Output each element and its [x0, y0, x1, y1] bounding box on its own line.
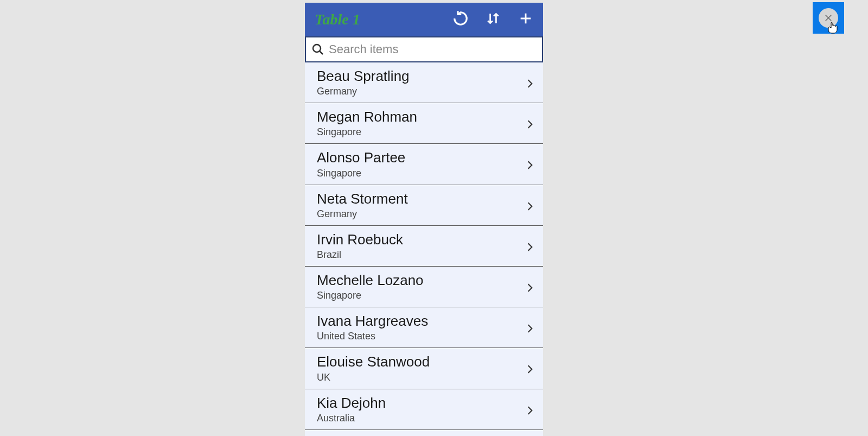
list-item[interactable]: Megan Rohman Singapore — [305, 103, 543, 144]
svg-point-0 — [313, 45, 321, 52]
list-item[interactable]: Tamica Trickett — [305, 430, 543, 436]
chevron-right-icon — [525, 241, 535, 251]
item-country: Singapore — [317, 290, 525, 301]
search-input[interactable] — [329, 42, 537, 56]
item-country: Australia — [317, 413, 525, 424]
chevron-right-icon — [525, 404, 535, 415]
add-button[interactable] — [518, 12, 533, 27]
plus-icon — [518, 11, 533, 28]
list-item[interactable]: Neta Storment Germany — [305, 185, 543, 226]
item-name: Neta Storment — [317, 191, 525, 207]
chevron-right-icon — [525, 363, 535, 374]
item-name: Kia Dejohn — [317, 395, 525, 412]
chevron-right-icon — [525, 281, 535, 292]
item-name: Megan Rohman — [317, 109, 525, 125]
item-name: Elouise Stanwood — [317, 353, 525, 370]
item-text: Megan Rohman Singapore — [317, 109, 525, 138]
list-item[interactable]: Alonso Partee Singapore — [305, 144, 543, 185]
item-country: Brazil — [317, 249, 525, 261]
chevron-right-icon — [525, 118, 535, 129]
list-item[interactable]: Mechelle Lozano Singapore — [305, 267, 543, 307]
item-country: Germany — [317, 86, 525, 97]
list-item[interactable]: Irvin Roebuck Brazil — [305, 226, 543, 267]
refresh-icon — [452, 10, 469, 29]
item-country: UK — [317, 372, 525, 383]
item-name: Mechelle Lozano — [317, 272, 525, 289]
item-country: Singapore — [317, 127, 525, 138]
item-list: Beau Spratling Germany Megan Rohman Sing… — [305, 62, 543, 436]
item-name: Ivana Hargreaves — [317, 313, 525, 330]
list-item[interactable]: Ivana Hargreaves United States — [305, 307, 543, 348]
header-actions — [453, 12, 538, 27]
item-text: Ivana Hargreaves United States — [317, 313, 525, 342]
sort-icon — [486, 10, 500, 29]
item-country: Germany — [317, 208, 525, 220]
chevron-right-icon — [525, 200, 535, 211]
list-item[interactable]: Kia Dejohn Australia — [305, 389, 543, 430]
item-name: Beau Spratling — [317, 68, 525, 85]
item-text: Irvin Roebuck Brazil — [317, 231, 525, 261]
item-text: Kia Dejohn Australia — [317, 395, 525, 424]
item-text: Elouise Stanwood UK — [317, 353, 525, 383]
item-name: Alonso Partee — [317, 149, 525, 166]
item-text: Beau Spratling Germany — [317, 68, 525, 97]
chevron-right-icon — [525, 159, 535, 169]
sort-button[interactable] — [486, 12, 501, 27]
list-item[interactable]: Elouise Stanwood UK — [305, 348, 543, 389]
close-button[interactable] — [813, 2, 844, 34]
search-bar[interactable] — [305, 36, 543, 62]
chevron-right-icon — [525, 77, 535, 88]
close-icon — [819, 8, 838, 28]
item-text: Neta Storment Germany — [317, 191, 525, 220]
chevron-right-icon — [525, 322, 535, 333]
item-text: Alonso Partee Singapore — [317, 149, 525, 179]
app-panel: Table 1 — [305, 3, 543, 436]
item-country: Singapore — [317, 168, 525, 179]
item-name: Irvin Roebuck — [317, 231, 525, 248]
refresh-button[interactable] — [453, 12, 468, 27]
item-text: Mechelle Lozano Singapore — [317, 272, 525, 301]
list-item[interactable]: Beau Spratling Germany — [305, 62, 543, 103]
item-country: United States — [317, 331, 525, 342]
search-icon — [311, 43, 324, 56]
page-title: Table 1 — [315, 11, 453, 28]
app-header: Table 1 — [305, 3, 543, 36]
